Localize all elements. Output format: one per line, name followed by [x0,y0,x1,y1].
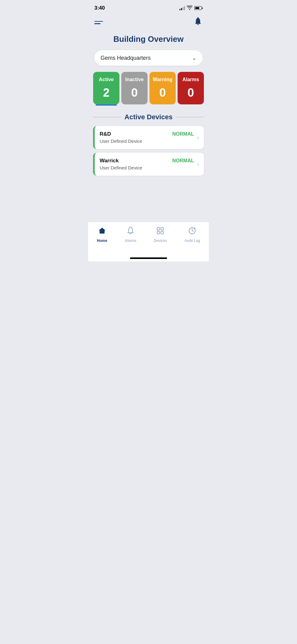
device-status-warrick: NORMAL [172,158,194,164]
top-nav [88,14,209,31]
nav-item-auditlog[interactable]: Audit Log [181,225,204,244]
divider-left [93,117,121,117]
device-name-warrick: Warrick [100,158,119,164]
alarms-nav-label: Alarms [125,239,136,243]
chevron-right-icon-rd: › [197,134,199,141]
active-card-value: 2 [103,86,110,99]
status-time: 3:40 [94,5,105,11]
divider-right [176,117,204,117]
home-indicator-bar [130,257,167,259]
chevron-down-icon: ⌄ [192,55,196,61]
svg-rect-4 [161,228,163,230]
status-card-inactive[interactable]: Inactive 0 [121,72,148,104]
location-label: Gems Headquarters [101,55,151,61]
section-divider: Active Devices [88,111,209,126]
status-bar: 3:40 [88,0,209,14]
battery-icon [194,6,203,10]
svg-point-0 [198,17,199,18]
nav-item-devices[interactable]: Devices [150,225,171,244]
home-icon [98,226,106,237]
status-card-alarms[interactable]: Alarms 0 [178,72,204,104]
notification-bell-icon[interactable] [193,17,203,28]
nav-item-home[interactable]: Home [93,225,111,244]
alarms-card-value: 0 [187,86,194,99]
bottom-nav: Home Alarms Devices [88,222,209,253]
device-header-warrick: Warrick NORMAL [100,158,194,164]
svg-rect-3 [157,228,160,230]
devices-nav-label: Devices [154,239,167,243]
signal-icon [179,6,185,10]
device-type-rd: User Defined Device [100,138,142,144]
device-header-rd: R&D NORMAL [100,131,194,137]
nav-item-alarms[interactable]: Alarms [121,225,140,244]
active-indicator [96,104,117,106]
device-card-warrick[interactable]: Warrick NORMAL User Defined Device › [93,153,204,176]
location-dropdown[interactable]: Gems Headquarters ⌄ [94,50,203,66]
device-info-rd: R&D NORMAL User Defined Device [100,131,194,144]
status-card-active[interactable]: Active 2 [93,72,119,104]
auditlog-nav-label: Audit Log [184,239,200,243]
device-card-rd[interactable]: R&D NORMAL User Defined Device › [93,126,204,149]
active-card-label: Active [99,77,114,82]
device-name-rd: R&D [100,131,111,137]
warning-card-value: 0 [159,86,166,99]
hamburger-line-1 [94,21,103,22]
device-list: R&D NORMAL User Defined Device › Warrick… [88,126,209,176]
device-status-rd: NORMAL [172,131,194,137]
status-card-warning[interactable]: Warning 0 [149,72,176,104]
page-title: Building Overview [88,31,209,50]
svg-rect-6 [161,231,163,234]
status-cards-grid: Active 2 Inactive 0 Warning 0 Alarms 0 [88,72,209,104]
devices-nav-icon [156,226,165,237]
alarms-nav-icon [127,226,135,237]
svg-point-2 [130,227,131,227]
alarms-card-label: Alarms [182,77,199,82]
menu-button[interactable] [94,21,103,24]
auditlog-nav-icon [188,226,196,237]
chevron-right-icon-warrick: › [197,161,199,168]
home-indicator [88,253,209,261]
svg-rect-5 [157,231,160,234]
hamburger-line-2 [94,23,101,24]
device-type-warrick: User Defined Device [100,165,142,170]
svg-rect-1 [101,231,103,234]
home-nav-label: Home [97,239,107,243]
status-icons [179,6,203,11]
device-info-warrick: Warrick NORMAL User Defined Device [100,158,194,171]
inactive-card-label: Inactive [125,77,144,82]
wifi-icon [187,6,192,11]
active-devices-title: Active Devices [124,113,172,121]
inactive-card-value: 0 [131,86,138,99]
warning-card-label: Warning [153,77,172,82]
